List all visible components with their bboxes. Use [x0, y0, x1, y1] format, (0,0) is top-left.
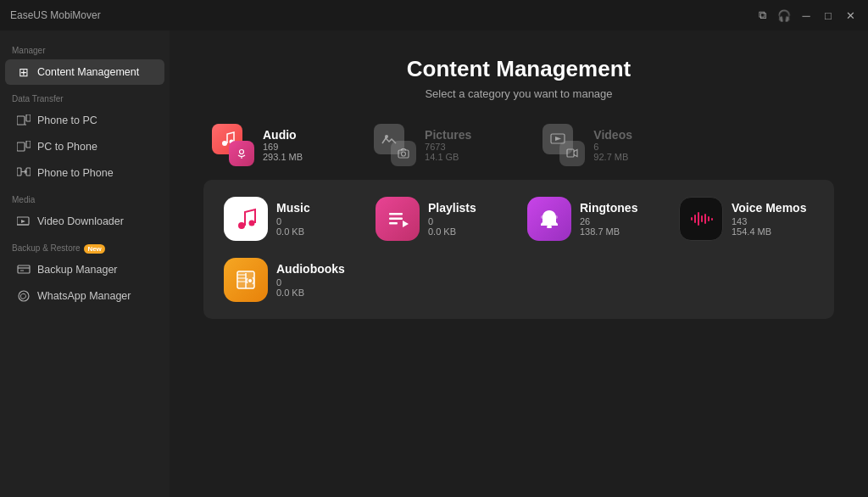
category-videos[interactable]: Videos 6 92.7 MB — [542, 124, 632, 166]
audio-info: Audio 169 293.1 MB — [263, 128, 303, 162]
videos-size: 92.7 MB — [593, 152, 632, 162]
playlists-count: 0 — [428, 216, 476, 226]
videos-count: 6 — [593, 142, 632, 152]
svg-rect-28 — [389, 218, 403, 221]
music-count: 0 — [276, 216, 310, 226]
sidebar-section-media: Media — [0, 187, 170, 208]
sidebar-item-phone-to-pc[interactable]: Phone to PC — [5, 108, 164, 133]
svg-rect-37 — [701, 215, 703, 222]
maximize-button[interactable]: □ — [821, 8, 836, 23]
playlists-icon — [376, 197, 420, 241]
audio-count: 169 — [263, 142, 303, 152]
phone-to-pc-icon — [17, 114, 31, 127]
sidebar-item-video-downloader[interactable]: Video Downloader — [5, 209, 164, 234]
svg-rect-36 — [698, 212, 699, 226]
playlists-info: Playlists 0 0.0 KB — [428, 201, 476, 237]
backup-manager-icon — [17, 263, 31, 276]
video-app-icon — [559, 141, 585, 166]
restore-window-button[interactable]: ⧉ — [754, 8, 770, 23]
audio-name: Audio — [263, 128, 303, 142]
svg-rect-11 — [18, 265, 30, 273]
svg-rect-27 — [389, 213, 403, 215]
sidebar-label-video-downloader: Video Downloader — [37, 215, 124, 227]
sidebar-label-phone-to-pc: Phone to PC — [37, 114, 97, 126]
sidebar-section-manager: Manager — [0, 37, 170, 59]
sub-item-playlists[interactable]: Playlists 0 0.0 KB — [376, 197, 510, 241]
videos-name: Videos — [593, 128, 632, 142]
sub-item-voice-memos[interactable]: Voice Memos 143 154.4 MB — [679, 197, 814, 241]
svg-rect-20 — [398, 150, 409, 158]
headset-button[interactable]: 🎧 — [776, 8, 792, 23]
svg-rect-29 — [389, 222, 398, 225]
svg-point-32 — [541, 215, 544, 219]
playlists-name: Playlists — [428, 201, 476, 215]
ringtones-size: 138.7 MB — [580, 226, 637, 237]
svg-rect-31 — [547, 226, 552, 228]
voice-memos-name: Voice Memos — [732, 201, 806, 215]
sidebar-item-content-management[interactable]: ⊞ Content Management — [5, 59, 164, 85]
music-icon — [224, 197, 268, 241]
camera-app-icon — [391, 141, 416, 166]
svg-point-33 — [554, 215, 558, 219]
category-audio[interactable]: Audio 169 293.1 MB — [212, 124, 303, 166]
voice-memos-size: 154.4 MB — [732, 226, 806, 237]
music-size: 0.0 KB — [276, 226, 310, 237]
svg-rect-35 — [694, 215, 696, 223]
minimize-button[interactable]: ─ — [798, 8, 814, 23]
ringtones-count: 26 — [580, 216, 637, 226]
whatsapp-icon — [17, 289, 31, 303]
sidebar-item-whatsapp-manager[interactable]: WhatsApp Manager — [5, 283, 164, 309]
window-controls: ⧉ 🎧 ─ □ ✕ — [754, 8, 858, 23]
sidebar-item-pc-to-phone[interactable]: PC to Phone — [5, 134, 164, 159]
pictures-count: 7673 — [425, 142, 471, 152]
pictures-info: Pictures 7673 14.1 GB — [425, 128, 471, 162]
sub-item-music[interactable]: Music 0 0.0 KB — [224, 197, 359, 241]
category-pictures[interactable]: Pictures 7673 14.1 GB — [374, 124, 471, 166]
playlists-size: 0.0 KB — [428, 226, 476, 237]
svg-point-21 — [402, 152, 406, 156]
svg-rect-3 — [17, 142, 25, 151]
podcast-app-icon — [229, 141, 254, 166]
audio-icon-wrapper — [212, 124, 254, 166]
music-info: Music 0 0.0 KB — [276, 201, 310, 237]
svg-rect-0 — [17, 116, 25, 125]
audiobooks-count: 0 — [276, 277, 345, 288]
title-bar: EaseUS MobiMover ⧉ 🎧 ─ □ ✕ — [0, 0, 868, 31]
voice-memos-info: Voice Memos 143 154.4 MB — [732, 201, 806, 237]
svg-point-15 — [222, 141, 227, 146]
ringtones-info: Ringtones 26 138.7 MB — [580, 201, 637, 237]
svg-point-25 — [238, 222, 245, 229]
top-categories: Audio 169 293.1 MB — [203, 124, 834, 166]
svg-rect-24 — [567, 149, 574, 157]
video-downloader-icon — [17, 215, 31, 228]
sub-item-ringtones[interactable]: Ringtones 26 138.7 MB — [527, 197, 662, 241]
sidebar-label-phone-to-phone: Phone to Phone — [37, 167, 114, 179]
sidebar-item-phone-to-phone[interactable]: Phone to Phone — [5, 160, 164, 186]
audiobooks-info: Audiobooks 0 0.0 KB — [276, 262, 345, 298]
audiobooks-icon — [224, 258, 268, 302]
close-button[interactable]: ✕ — [843, 8, 858, 23]
svg-rect-38 — [704, 214, 706, 224]
ringtones-icon — [527, 197, 571, 241]
pictures-name: Pictures — [425, 128, 471, 142]
pc-to-phone-icon — [17, 140, 31, 154]
sub-item-audiobooks[interactable]: Audiobooks 0 0.0 KB — [224, 258, 359, 302]
pictures-size: 14.1 GB — [425, 152, 471, 162]
sidebar-section-backup: Backup & Restore New — [0, 235, 170, 256]
music-name: Music — [276, 201, 310, 215]
grid-icon: ⊞ — [17, 65, 31, 79]
sidebar-label-backup-manager: Backup Manager — [37, 264, 118, 276]
svg-rect-39 — [708, 216, 709, 221]
svg-rect-4 — [26, 141, 31, 148]
sidebar-section-data-transfer: Data Transfer — [0, 86, 170, 107]
audiobooks-size: 0.0 KB — [276, 288, 345, 298]
audiobooks-name: Audiobooks — [276, 262, 345, 276]
svg-rect-40 — [711, 218, 713, 221]
svg-point-17 — [240, 150, 244, 154]
svg-rect-5 — [17, 168, 21, 176]
sub-items-grid: Music 0 0.0 KB — [224, 197, 814, 302]
sidebar-label-content-management: Content Management — [37, 66, 139, 78]
videos-info: Videos 6 92.7 MB — [593, 128, 632, 162]
sidebar-item-backup-manager[interactable]: Backup Manager — [5, 257, 164, 282]
sidebar-label-whatsapp-manager: WhatsApp Manager — [37, 290, 131, 302]
